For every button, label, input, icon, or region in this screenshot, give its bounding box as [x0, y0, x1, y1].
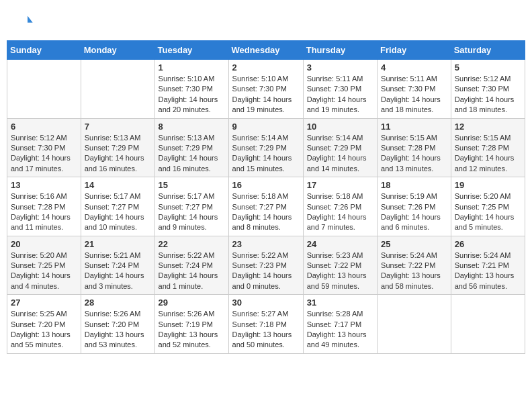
calendar-cell: 12Sunrise: 5:15 AM Sunset: 7:28 PM Dayli… — [451, 118, 525, 177]
calendar-cell: 18Sunrise: 5:19 AM Sunset: 7:26 PM Dayli… — [378, 177, 451, 236]
calendar-cell: 31Sunrise: 5:28 AM Sunset: 7:17 PM Dayli… — [303, 295, 377, 354]
day-number: 24 — [307, 239, 373, 249]
day-info: Sunrise: 5:17 AM Sunset: 7:27 PM Dayligh… — [159, 191, 225, 233]
day-number: 28 — [85, 298, 151, 308]
day-number: 13 — [11, 180, 77, 190]
day-number: 6 — [11, 122, 77, 132]
day-header-monday: Monday — [81, 41, 154, 60]
day-info: Sunrise: 5:13 AM Sunset: 7:29 PM Dayligh… — [85, 133, 151, 175]
day-info: Sunrise: 5:23 AM Sunset: 7:22 PM Dayligh… — [307, 250, 373, 292]
day-info: Sunrise: 5:20 AM Sunset: 7:25 PM Dayligh… — [11, 250, 77, 292]
logo — [13, 13, 37, 34]
day-number: 4 — [381, 62, 447, 73]
calendar-table: SundayMondayTuesdayWednesdayThursdayFrid… — [7, 40, 525, 354]
day-number: 19 — [455, 180, 521, 190]
day-number: 8 — [159, 122, 225, 132]
day-number: 29 — [159, 298, 225, 308]
calendar-cell: 1Sunrise: 5:10 AM Sunset: 7:30 PM Daylig… — [154, 60, 228, 119]
day-number: 26 — [455, 239, 521, 249]
day-number: 7 — [85, 122, 151, 132]
calendar-week-row: 6Sunrise: 5:12 AM Sunset: 7:30 PM Daylig… — [7, 118, 525, 177]
calendar-cell: 21Sunrise: 5:21 AM Sunset: 7:24 PM Dayli… — [81, 236, 154, 295]
day-header-wednesday: Wednesday — [228, 41, 303, 60]
day-info: Sunrise: 5:12 AM Sunset: 7:30 PM Dayligh… — [11, 133, 77, 175]
calendar-cell: 30Sunrise: 5:27 AM Sunset: 7:18 PM Dayli… — [228, 295, 303, 354]
day-info: Sunrise: 5:11 AM Sunset: 7:30 PM Dayligh… — [307, 74, 373, 116]
calendar-cell: 23Sunrise: 5:22 AM Sunset: 7:23 PM Dayli… — [228, 236, 303, 295]
day-info: Sunrise: 5:10 AM Sunset: 7:30 PM Dayligh… — [159, 74, 225, 116]
calendar-cell: 17Sunrise: 5:18 AM Sunset: 7:26 PM Dayli… — [303, 177, 377, 236]
calendar-cell: 29Sunrise: 5:26 AM Sunset: 7:19 PM Dayli… — [154, 295, 228, 354]
day-info: Sunrise: 5:15 AM Sunset: 7:28 PM Dayligh… — [381, 133, 447, 175]
day-number: 15 — [159, 180, 225, 190]
day-info: Sunrise: 5:28 AM Sunset: 7:17 PM Dayligh… — [307, 309, 373, 351]
calendar-cell: 10Sunrise: 5:14 AM Sunset: 7:29 PM Dayli… — [303, 118, 377, 177]
calendar-cell — [81, 60, 154, 119]
day-number: 5 — [455, 62, 521, 73]
calendar-cell: 8Sunrise: 5:13 AM Sunset: 7:29 PM Daylig… — [154, 118, 228, 177]
day-info: Sunrise: 5:24 AM Sunset: 7:22 PM Dayligh… — [381, 250, 447, 292]
calendar-cell: 4Sunrise: 5:11 AM Sunset: 7:30 PM Daylig… — [378, 60, 451, 119]
calendar-cell: 13Sunrise: 5:16 AM Sunset: 7:28 PM Dayli… — [7, 177, 81, 236]
day-info: Sunrise: 5:12 AM Sunset: 7:30 PM Dayligh… — [455, 74, 521, 116]
day-header-saturday: Saturday — [451, 41, 525, 60]
calendar-cell: 5Sunrise: 5:12 AM Sunset: 7:30 PM Daylig… — [451, 60, 525, 119]
calendar-cell: 25Sunrise: 5:24 AM Sunset: 7:22 PM Dayli… — [378, 236, 451, 295]
calendar-cell: 20Sunrise: 5:20 AM Sunset: 7:25 PM Dayli… — [7, 236, 81, 295]
day-number: 17 — [307, 180, 373, 190]
day-number: 12 — [455, 122, 521, 132]
day-info: Sunrise: 5:25 AM Sunset: 7:20 PM Dayligh… — [11, 309, 77, 351]
day-header-thursday: Thursday — [303, 41, 377, 60]
day-number: 2 — [232, 62, 300, 73]
day-number: 1 — [159, 62, 225, 73]
day-info: Sunrise: 5:14 AM Sunset: 7:29 PM Dayligh… — [232, 133, 300, 175]
day-info: Sunrise: 5:21 AM Sunset: 7:24 PM Dayligh… — [85, 250, 151, 292]
svg-marker-1 — [28, 16, 33, 23]
day-number: 30 — [232, 298, 300, 308]
calendar-cell: 11Sunrise: 5:15 AM Sunset: 7:28 PM Dayli… — [378, 118, 451, 177]
day-number: 25 — [381, 239, 447, 249]
day-info: Sunrise: 5:24 AM Sunset: 7:21 PM Dayligh… — [455, 250, 521, 292]
day-number: 31 — [307, 298, 373, 308]
calendar-week-row: 20Sunrise: 5:20 AM Sunset: 7:25 PM Dayli… — [7, 236, 525, 295]
calendar-cell — [378, 295, 451, 354]
calendar-cell: 28Sunrise: 5:26 AM Sunset: 7:20 PM Dayli… — [81, 295, 154, 354]
day-number: 21 — [85, 239, 151, 249]
day-info: Sunrise: 5:15 AM Sunset: 7:28 PM Dayligh… — [455, 133, 521, 175]
day-info: Sunrise: 5:20 AM Sunset: 7:25 PM Dayligh… — [455, 191, 521, 233]
day-info: Sunrise: 5:22 AM Sunset: 7:24 PM Dayligh… — [159, 250, 225, 292]
calendar-cell — [451, 295, 525, 354]
calendar-cell — [7, 60, 81, 119]
day-info: Sunrise: 5:26 AM Sunset: 7:19 PM Dayligh… — [159, 309, 225, 351]
day-info: Sunrise: 5:27 AM Sunset: 7:18 PM Dayligh… — [232, 309, 300, 351]
day-info: Sunrise: 5:10 AM Sunset: 7:30 PM Dayligh… — [232, 74, 300, 116]
calendar-cell: 26Sunrise: 5:24 AM Sunset: 7:21 PM Dayli… — [451, 236, 525, 295]
calendar-cell: 22Sunrise: 5:22 AM Sunset: 7:24 PM Dayli… — [154, 236, 228, 295]
day-header-friday: Friday — [378, 41, 451, 60]
day-number: 10 — [307, 122, 373, 132]
day-info: Sunrise: 5:16 AM Sunset: 7:28 PM Dayligh… — [11, 191, 77, 233]
calendar-cell: 3Sunrise: 5:11 AM Sunset: 7:30 PM Daylig… — [303, 60, 377, 119]
calendar-cell: 2Sunrise: 5:10 AM Sunset: 7:30 PM Daylig… — [228, 60, 303, 119]
day-header-sunday: Sunday — [7, 41, 81, 60]
calendar-header-row: SundayMondayTuesdayWednesdayThursdayFrid… — [7, 41, 525, 60]
calendar-cell: 15Sunrise: 5:17 AM Sunset: 7:27 PM Dayli… — [154, 177, 228, 236]
day-header-tuesday: Tuesday — [154, 41, 228, 60]
day-info: Sunrise: 5:26 AM Sunset: 7:20 PM Dayligh… — [85, 309, 151, 351]
day-info: Sunrise: 5:18 AM Sunset: 7:26 PM Dayligh… — [307, 191, 373, 233]
day-number: 9 — [232, 122, 300, 132]
day-info: Sunrise: 5:14 AM Sunset: 7:29 PM Dayligh… — [307, 133, 373, 175]
day-number: 11 — [381, 122, 447, 132]
day-number: 14 — [85, 180, 151, 190]
calendar-cell: 16Sunrise: 5:18 AM Sunset: 7:27 PM Dayli… — [228, 177, 303, 236]
calendar-cell: 6Sunrise: 5:12 AM Sunset: 7:30 PM Daylig… — [7, 118, 81, 177]
day-number: 23 — [232, 239, 300, 249]
day-info: Sunrise: 5:17 AM Sunset: 7:27 PM Dayligh… — [85, 191, 151, 233]
day-number: 3 — [307, 62, 373, 73]
day-number: 22 — [159, 239, 225, 249]
page-header — [7, 7, 525, 37]
calendar-cell: 24Sunrise: 5:23 AM Sunset: 7:22 PM Dayli… — [303, 236, 377, 295]
calendar-week-row: 1Sunrise: 5:10 AM Sunset: 7:30 PM Daylig… — [7, 60, 525, 119]
calendar-cell: 19Sunrise: 5:20 AM Sunset: 7:25 PM Dayli… — [451, 177, 525, 236]
calendar-week-row: 27Sunrise: 5:25 AM Sunset: 7:20 PM Dayli… — [7, 295, 525, 354]
